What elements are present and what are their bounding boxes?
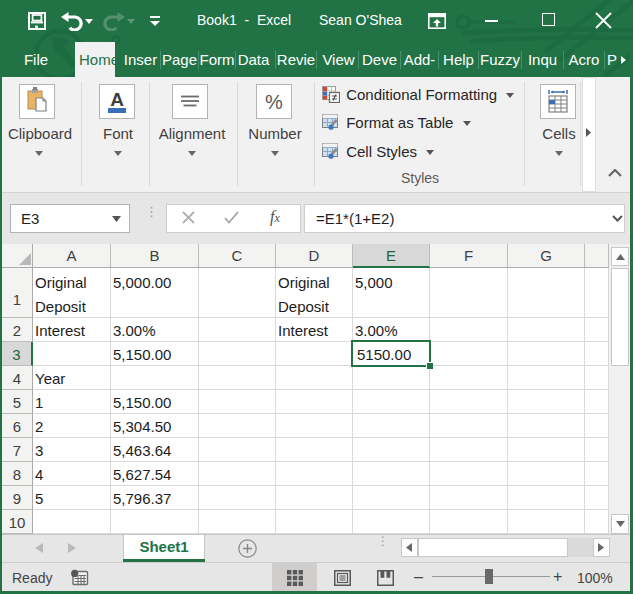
svg-text:A: A [110, 89, 124, 110]
svg-text:%: % [265, 91, 283, 113]
